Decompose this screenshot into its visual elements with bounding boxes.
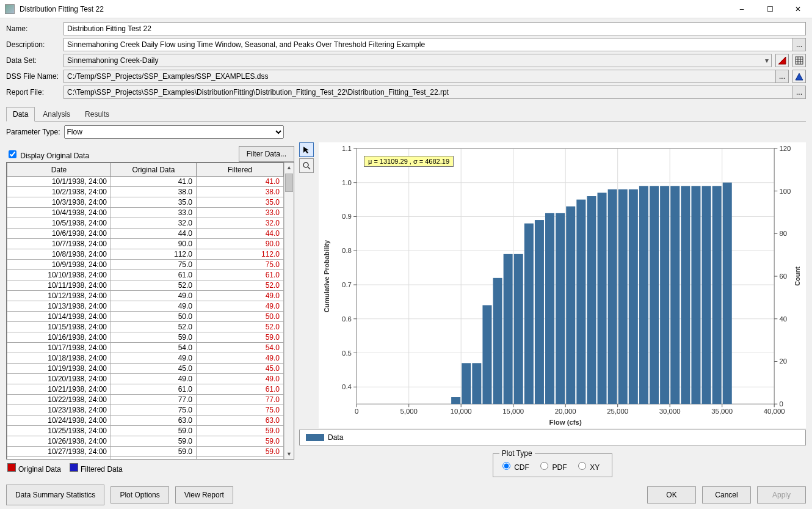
description-label: Description:	[6, 40, 63, 49]
table-row[interactable]: 10/12/1938, 24:0049.049.0	[7, 291, 284, 301]
dataset-dropdown[interactable]: Sinnemahoning Creek-Daily ▾	[63, 54, 772, 67]
cell-orig: 33.0	[111, 208, 197, 218]
table-row[interactable]: 10/22/1938, 24:0077.077.0	[7, 395, 284, 405]
table-row[interactable]: 10/11/1938, 24:0052.052.0	[7, 280, 284, 291]
description-field[interactable]: Sinnemahoning Creek Daily Flow using Tim…	[63, 38, 793, 51]
cell-date: 10/25/1938, 24:00	[7, 426, 111, 436]
table-row[interactable]: 10/26/1938, 24:0059.059.0	[7, 436, 284, 447]
table-row[interactable]: 10/2/1938, 24:0038.038.0	[7, 187, 284, 197]
name-field[interactable]: Distribution Fitting Test 22	[63, 22, 806, 35]
plot-type-pdf[interactable]: PDF	[537, 463, 567, 472]
ok-button[interactable]: OK	[647, 486, 696, 504]
svg-rect-36	[535, 220, 544, 404]
table-row[interactable]: 10/8/1938, 24:00112.0112.0	[7, 249, 284, 260]
tab-results[interactable]: Results	[78, 107, 116, 122]
display-original-checkbox[interactable]	[9, 150, 16, 158]
cell-orig: 54.0	[111, 343, 197, 353]
table-row[interactable]: 10/6/1938, 24:0044.044.0	[7, 229, 284, 239]
scroll-down-icon[interactable]: ▼	[285, 449, 294, 459]
plot-type-cdf[interactable]: CDF	[499, 463, 529, 472]
cell-orig: 77.0	[111, 395, 197, 405]
svg-text:1.1: 1.1	[342, 145, 352, 152]
cell-orig: 59.0	[111, 332, 197, 343]
cell-filt: 112.0	[197, 249, 284, 260]
parameter-label: Parameter Type:	[6, 128, 60, 136]
table-row[interactable]: 10/19/1938, 24:0045.045.0	[7, 364, 284, 374]
table-row[interactable]: 10/21/1938, 24:0061.061.0	[7, 384, 284, 395]
plot-options-button[interactable]: Plot Options	[111, 486, 169, 504]
zoom-tool[interactable]	[299, 158, 314, 173]
dataset-row: Data Set: Sinnemahoning Creek-Daily ▾	[6, 54, 806, 67]
data-options-row: Display Original Data Filter Data...	[6, 146, 294, 162]
plot-legend: Data	[299, 430, 806, 445]
table-row[interactable]: 10/17/1938, 24:0054.054.0	[7, 343, 284, 353]
table-row[interactable]: 10/13/1938, 24:0049.049.0	[7, 301, 284, 312]
cancel-button[interactable]: Cancel	[702, 486, 751, 504]
filter-data-button[interactable]: Filter Data...	[239, 146, 294, 162]
dssfile-browse-button[interactable]: ...	[775, 70, 789, 83]
cell-orig: 38.0	[111, 187, 197, 197]
table-row[interactable]: 10/28/1938, 24:0061.061.0	[7, 457, 284, 460]
col-original[interactable]: Original Data	[111, 163, 197, 177]
table-row[interactable]: 10/20/1938, 24:0049.049.0	[7, 374, 284, 384]
maximize-button[interactable]: ☐	[756, 0, 784, 18]
table-row[interactable]: 10/4/1938, 24:0033.033.0	[7, 208, 284, 218]
close-button[interactable]: ✕	[784, 0, 812, 18]
pointer-tool[interactable]	[299, 142, 314, 157]
parameter-dropdown[interactable]: Flow	[64, 125, 284, 139]
scrollbar-thumb[interactable]	[285, 174, 293, 192]
cell-date: 10/5/1938, 24:00	[7, 218, 111, 229]
col-filtered[interactable]: Filtered	[197, 163, 284, 177]
table-row[interactable]: 10/15/1938, 24:0052.052.0	[7, 322, 284, 332]
svg-rect-34	[514, 254, 523, 404]
display-original-label: Display Original Data	[20, 152, 89, 160]
dssfile-dist-icon[interactable]	[792, 70, 806, 83]
plot-area[interactable]: 05,00010,00015,00020,00025,00030,00035,0…	[319, 142, 806, 428]
tab-analysis[interactable]: Analysis	[36, 107, 77, 122]
table-row[interactable]: 10/27/1938, 24:0059.059.0	[7, 447, 284, 457]
tab-data[interactable]: Data	[6, 107, 35, 122]
data-table-scroll[interactable]: Date Original Data Filtered 10/1/1938, 2…	[7, 163, 284, 459]
dssfile-field[interactable]: C:/Temp/SSP_Projects/SSP_Examples/SSP_EX…	[63, 70, 776, 83]
table-row[interactable]: 10/23/1938, 24:0075.075.0	[7, 405, 284, 416]
cell-filt: 49.0	[197, 353, 284, 364]
table-row[interactable]: 10/24/1938, 24:0063.063.0	[7, 416, 284, 426]
data-summary-button[interactable]: Data Summary Statistics	[6, 485, 104, 505]
cell-orig: 75.0	[111, 405, 197, 416]
cell-orig: 59.0	[111, 447, 197, 457]
reportfile-browse-button[interactable]: ...	[792, 86, 806, 99]
col-date[interactable]: Date	[7, 163, 111, 177]
reportfile-field[interactable]: C:\Temp\SSP_Projects\SSP_Examples\Distri…	[63, 86, 793, 99]
scroll-up-icon[interactable]: ▲	[285, 163, 294, 172]
description-more-button[interactable]: ...	[792, 38, 806, 51]
table-row[interactable]: 10/25/1938, 24:0059.059.0	[7, 426, 284, 436]
svg-text:10,000: 10,000	[451, 408, 472, 415]
svg-text:5,000: 5,000	[400, 408, 417, 415]
table-row[interactable]: 10/1/1938, 24:0041.041.0	[7, 177, 284, 187]
dataset-plot-icon[interactable]	[775, 54, 789, 67]
table-row[interactable]: 10/10/1938, 24:0061.061.0	[7, 270, 284, 280]
table-row[interactable]: 10/18/1938, 24:0049.049.0	[7, 353, 284, 364]
table-row[interactable]: 10/9/1938, 24:0075.075.0	[7, 260, 284, 270]
table-row[interactable]: 10/5/1938, 24:0032.032.0	[7, 218, 284, 229]
table-row[interactable]: 10/3/1938, 24:0035.035.0	[7, 197, 284, 208]
cell-orig: 61.0	[111, 384, 197, 395]
minimize-button[interactable]: –	[728, 0, 756, 18]
svg-rect-39	[566, 207, 575, 404]
view-report-button[interactable]: View Report	[175, 486, 233, 504]
plot-type-xy[interactable]: XY	[575, 463, 600, 472]
cell-orig: 45.0	[111, 364, 197, 374]
table-scrollbar[interactable]: ▲ ▼	[284, 163, 294, 459]
svg-rect-46	[639, 186, 648, 404]
dataset-table-icon[interactable]	[792, 54, 806, 67]
name-label: Name:	[6, 24, 63, 33]
cell-filt: 63.0	[197, 416, 284, 426]
table-row[interactable]: 10/7/1938, 24:0090.090.0	[7, 239, 284, 249]
display-original-checkbox-wrap[interactable]: Display Original Data	[6, 148, 89, 160]
cell-date: 10/20/1938, 24:00	[7, 374, 111, 384]
table-row[interactable]: 10/14/1938, 24:0050.050.0	[7, 312, 284, 322]
svg-rect-54	[723, 183, 732, 404]
apply-button[interactable]: Apply	[757, 486, 806, 504]
table-row[interactable]: 10/16/1938, 24:0059.059.0	[7, 332, 284, 343]
cell-filt: 90.0	[197, 239, 284, 249]
